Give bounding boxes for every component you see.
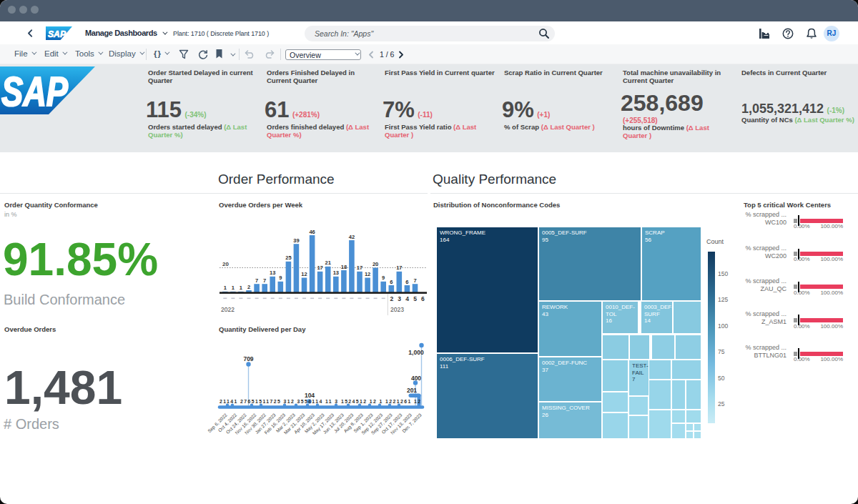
svg-text:6: 6 xyxy=(390,279,393,285)
svg-text:7: 7 xyxy=(255,277,258,284)
svg-text:2: 2 xyxy=(390,295,393,302)
svg-text:46: 46 xyxy=(309,229,315,235)
svg-text:20: 20 xyxy=(373,261,378,267)
svg-text:21: 21 xyxy=(325,260,331,266)
svg-text:4: 4 xyxy=(405,295,409,302)
svg-text:9: 9 xyxy=(279,275,282,281)
svg-text:1: 1 xyxy=(224,285,227,291)
svg-text:21141 27651511725 312 3554114: 21141 27651511725 312 3554114 11 3 15245… xyxy=(220,399,420,404)
svg-text:17: 17 xyxy=(396,265,402,271)
svg-text:2023: 2023 xyxy=(390,306,404,313)
svg-text:13: 13 xyxy=(333,270,339,276)
svg-text:7: 7 xyxy=(413,277,416,284)
svg-text:18: 18 xyxy=(341,264,347,270)
svg-text:6: 6 xyxy=(405,279,408,285)
svg-text:104: 104 xyxy=(305,392,315,399)
svg-text:7: 7 xyxy=(263,277,266,284)
svg-text:39: 39 xyxy=(293,237,299,244)
svg-text:12: 12 xyxy=(301,271,307,277)
svg-text:17: 17 xyxy=(357,265,363,271)
svg-text:3: 3 xyxy=(398,295,401,302)
svg-text:12: 12 xyxy=(365,271,370,277)
svg-text:2022: 2022 xyxy=(221,306,235,313)
svg-text:1: 1 xyxy=(240,285,242,291)
svg-text:5: 5 xyxy=(413,295,417,302)
svg-text:400: 400 xyxy=(411,375,421,382)
svg-text:201: 201 xyxy=(407,387,417,394)
svg-text:9: 9 xyxy=(382,275,385,281)
svg-text:20: 20 xyxy=(222,261,229,267)
svg-text:42: 42 xyxy=(349,234,355,240)
svg-text:25: 25 xyxy=(285,255,291,261)
svg-text:13: 13 xyxy=(270,270,275,276)
svg-text:17: 17 xyxy=(317,265,322,271)
svg-text:2: 2 xyxy=(247,284,250,290)
svg-text:1: 1 xyxy=(232,285,235,291)
svg-text:709: 709 xyxy=(243,355,253,362)
svg-text:1,000: 1,000 xyxy=(408,349,424,356)
svg-text:6: 6 xyxy=(421,295,425,302)
